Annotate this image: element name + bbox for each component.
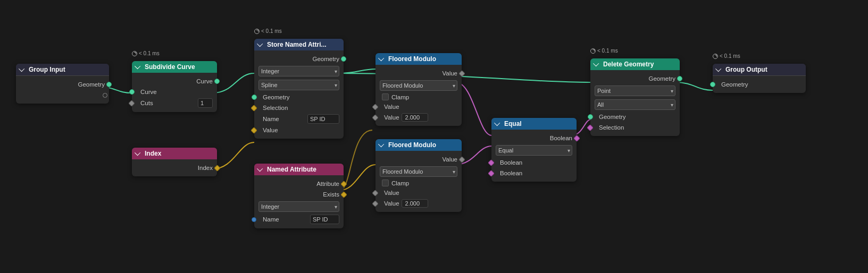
floored-modulo-1-body: Value Floored Modulo Clamp Value Value 2… xyxy=(375,65,462,126)
boolean1-row: Boolean xyxy=(491,157,577,168)
named-attr-header: Named Attribute xyxy=(254,164,344,175)
point-type-wrapper: Point xyxy=(595,86,675,96)
curve-in-socket[interactable] xyxy=(129,89,135,95)
geometry-in-label3: Geometry xyxy=(721,81,748,88)
collapse-icon[interactable] xyxy=(135,150,140,156)
boolean2-label: Boolean xyxy=(500,170,522,176)
clamp-row: Clamp xyxy=(375,92,462,101)
value-out-label: Value xyxy=(442,156,457,163)
floored-modulo-2-body: Value Floored Modulo Clamp Value Value 2… xyxy=(375,151,462,212)
clock-icon xyxy=(713,54,718,59)
clamp-checkbox[interactable] xyxy=(382,93,389,100)
collapse-icon[interactable] xyxy=(593,61,599,66)
type1-select[interactable]: Integer xyxy=(258,66,339,76)
store-timing: < 0.1 ms xyxy=(254,28,282,34)
cuts-row: Cuts xyxy=(132,97,217,109)
collapse-icon[interactable] xyxy=(257,166,263,172)
index-out-socket[interactable] xyxy=(214,165,221,172)
store-attr-title: Store Named Attri... xyxy=(267,41,327,48)
boolean2-socket[interactable] xyxy=(488,170,495,177)
clock-icon xyxy=(590,48,596,54)
value-num-socket[interactable] xyxy=(372,200,379,207)
name-input[interactable] xyxy=(307,114,339,124)
value-num-display[interactable]: 2.000 xyxy=(402,113,428,122)
geometry-out-row2: Geometry xyxy=(590,73,680,84)
type-select[interactable]: Floored Modulo xyxy=(380,166,457,177)
all-type-wrapper: All xyxy=(595,99,675,110)
group-output-title: Group Output xyxy=(725,66,767,73)
type-select[interactable]: Integer xyxy=(258,201,339,212)
value-in-socket[interactable] xyxy=(372,104,379,110)
all-type-select[interactable]: All xyxy=(595,99,675,110)
index-title: Index xyxy=(145,150,161,157)
value-num-row: Value 2.000 xyxy=(375,198,462,209)
delete-geometry-header: Delete Geometry xyxy=(590,58,680,70)
geometry-in-socket[interactable] xyxy=(252,95,257,100)
boolean1-socket[interactable] xyxy=(488,159,495,166)
point-type-select[interactable]: Point xyxy=(595,86,675,96)
collapse-icon[interactable] xyxy=(378,55,384,61)
attribute-out-socket[interactable] xyxy=(340,181,347,187)
value-in-socket[interactable] xyxy=(372,190,379,197)
geometry-in-row2: Geometry xyxy=(590,112,680,122)
clock-icon xyxy=(132,51,137,56)
boolean-out-socket[interactable] xyxy=(573,135,580,142)
type-select[interactable]: Equal xyxy=(496,145,572,156)
value-socket[interactable] xyxy=(251,127,257,134)
name-input[interactable] xyxy=(310,215,339,224)
collapse-icon[interactable] xyxy=(378,141,384,147)
selection-socket[interactable] xyxy=(251,105,257,112)
curve-out-row: Curve xyxy=(132,76,217,87)
clock-icon xyxy=(254,29,260,34)
curve-out-label: Curve xyxy=(196,78,213,84)
collapse-icon[interactable] xyxy=(19,66,24,72)
value-out-socket[interactable] xyxy=(458,70,465,77)
index-body: Index xyxy=(132,159,217,176)
value-in-row: Value xyxy=(375,101,462,112)
extra-socket[interactable] xyxy=(103,93,107,98)
geometry-in-row3: Geometry xyxy=(713,79,806,90)
collapse-icon[interactable] xyxy=(135,63,140,69)
type-wrapper: Equal xyxy=(496,145,572,156)
subdivide-curve-header: Subdivide Curve xyxy=(132,61,217,73)
selection-in-socket[interactable] xyxy=(587,124,594,131)
exists-out-row: Exists xyxy=(254,189,344,200)
index-out-row: Index xyxy=(132,163,217,173)
exists-out-socket[interactable] xyxy=(340,191,347,198)
boolean-out-label: Boolean xyxy=(550,135,572,141)
curve-out-socket[interactable] xyxy=(214,79,220,84)
clamp-label: Clamp xyxy=(391,94,409,100)
geometry-out-socket[interactable] xyxy=(106,82,112,87)
type2-select[interactable]: Spline xyxy=(258,80,339,90)
selection-in-label: Selection xyxy=(599,124,624,131)
value-num-display[interactable]: 2.000 xyxy=(402,199,428,208)
attribute-out-row: Attribute xyxy=(254,178,344,189)
index-out-label: Index xyxy=(198,165,213,171)
delete-geometry-node: < 0.1 ms Delete Geometry Geometry Point … xyxy=(590,58,680,136)
cuts-input[interactable] xyxy=(198,98,213,108)
type-wrapper: Floored Modulo xyxy=(380,80,457,91)
collapse-icon[interactable] xyxy=(494,120,500,126)
boolean-out-row: Boolean xyxy=(491,133,577,143)
attribute-label: Attribute xyxy=(316,181,339,187)
named-attribute-node: Named Attribute Attribute Exists Integer… xyxy=(254,164,344,228)
selection-row: Selection xyxy=(254,103,344,113)
geometry-in-socket2[interactable] xyxy=(588,114,593,120)
collapse-icon[interactable] xyxy=(715,66,721,72)
type-select[interactable]: Floored Modulo xyxy=(380,80,457,91)
cuts-socket[interactable] xyxy=(128,100,135,107)
value-num-label: Value xyxy=(384,114,399,121)
value-out-socket[interactable] xyxy=(458,156,465,163)
name-socket[interactable] xyxy=(252,217,256,222)
name-row: Name xyxy=(254,214,344,225)
cuts-label: Cuts xyxy=(140,100,153,106)
geometry-out-row: Geometry xyxy=(254,54,344,64)
geometry-in-socket3[interactable] xyxy=(710,82,715,87)
geometry-out-socket[interactable] xyxy=(341,56,346,62)
value-out-row: Value xyxy=(375,154,462,165)
clamp-checkbox[interactable] xyxy=(382,180,389,186)
delete-timing: < 0.1 ms xyxy=(590,48,618,54)
geometry-out-socket2[interactable] xyxy=(677,76,682,81)
collapse-icon[interactable] xyxy=(257,41,263,47)
value-num-socket[interactable] xyxy=(372,114,379,121)
